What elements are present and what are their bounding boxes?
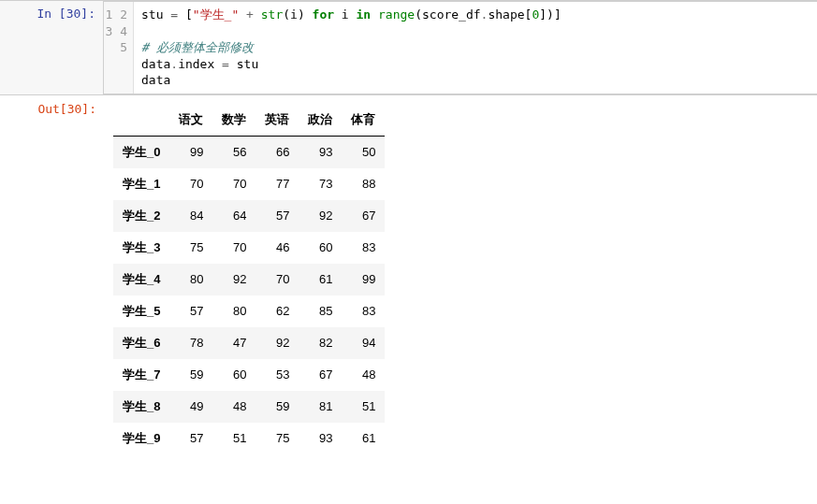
cell: 80 bbox=[169, 264, 212, 295]
cell: 94 bbox=[342, 327, 385, 359]
table-row: 学生_84948598151 bbox=[113, 391, 385, 423]
table-row: 学生_17070777388 bbox=[113, 168, 385, 200]
cell: 46 bbox=[255, 232, 299, 264]
cell: 70 bbox=[255, 264, 299, 295]
cell: 51 bbox=[212, 423, 255, 454]
cell: 59 bbox=[169, 359, 212, 391]
table-row: 学生_95751759361 bbox=[113, 423, 385, 454]
table-row: 学生_48092706199 bbox=[113, 264, 385, 295]
output-area: 语文 数学 英语 政治 体育 学生_09956669350学生_17070777… bbox=[104, 96, 816, 464]
cell: 93 bbox=[299, 423, 342, 454]
cell: 51 bbox=[342, 391, 385, 423]
row-index: 学生_9 bbox=[113, 423, 169, 454]
index-corner bbox=[113, 104, 169, 137]
row-index: 学生_5 bbox=[113, 295, 169, 327]
cell: 60 bbox=[299, 232, 342, 264]
dataframe-table: 语文 数学 英语 政治 体育 学生_09956669350学生_17070777… bbox=[113, 104, 385, 454]
table-row: 学生_37570466083 bbox=[113, 232, 385, 264]
cell: 57 bbox=[169, 295, 212, 327]
cell: 47 bbox=[212, 327, 255, 359]
cell: 57 bbox=[255, 200, 299, 232]
cell: 92 bbox=[255, 327, 299, 359]
row-index: 学生_3 bbox=[113, 232, 169, 264]
line-number-gutter: 1 2 3 4 5 bbox=[104, 2, 134, 94]
cell: 64 bbox=[212, 200, 255, 232]
cell: 70 bbox=[169, 168, 212, 200]
row-index: 学生_6 bbox=[113, 327, 169, 359]
cell: 60 bbox=[212, 359, 255, 391]
cell: 78 bbox=[169, 327, 212, 359]
row-index: 学生_0 bbox=[113, 136, 169, 168]
cell: 67 bbox=[299, 359, 342, 391]
code-cell: In [30]: 1 2 3 4 5 stu = ["学生_" + str(i)… bbox=[0, 0, 817, 95]
cell: 83 bbox=[342, 295, 385, 327]
cell: 56 bbox=[212, 136, 255, 168]
cell: 70 bbox=[212, 232, 255, 264]
table-row: 学生_55780628583 bbox=[113, 295, 385, 327]
cell: 92 bbox=[212, 264, 255, 295]
col-header: 政治 bbox=[299, 104, 342, 137]
cell: 82 bbox=[299, 327, 342, 359]
cell: 62 bbox=[255, 295, 299, 327]
col-header: 英语 bbox=[255, 104, 299, 137]
cell: 80 bbox=[212, 295, 255, 327]
cell: 99 bbox=[342, 264, 385, 295]
output-cell: Out[30]: 语文 数学 英语 政治 体育 学生_09956669350学生… bbox=[0, 95, 817, 465]
col-header: 数学 bbox=[212, 104, 255, 137]
cell: 75 bbox=[255, 423, 299, 454]
cell: 84 bbox=[169, 200, 212, 232]
cell: 49 bbox=[169, 391, 212, 423]
cell: 75 bbox=[169, 232, 212, 264]
cell: 61 bbox=[299, 264, 342, 295]
cell: 92 bbox=[299, 200, 342, 232]
cell: 67 bbox=[342, 200, 385, 232]
cell: 48 bbox=[212, 391, 255, 423]
row-index: 学生_1 bbox=[113, 168, 169, 200]
cell: 88 bbox=[342, 168, 385, 200]
cell: 66 bbox=[255, 136, 299, 168]
col-header: 体育 bbox=[342, 104, 385, 137]
cell: 53 bbox=[255, 359, 299, 391]
row-index: 学生_8 bbox=[113, 391, 169, 423]
cell: 83 bbox=[342, 232, 385, 264]
code-input-area[interactable]: 1 2 3 4 5 stu = ["学生_" + str(i) for i in… bbox=[103, 1, 817, 94]
cell: 93 bbox=[299, 136, 342, 168]
cell: 85 bbox=[299, 295, 342, 327]
table-row: 学生_09956669350 bbox=[113, 136, 385, 168]
cell: 77 bbox=[255, 168, 299, 200]
col-header: 语文 bbox=[169, 104, 212, 137]
cell: 81 bbox=[299, 391, 342, 423]
row-index: 学生_4 bbox=[113, 264, 169, 295]
code-editor[interactable]: stu = ["学生_" + str(i) for i in range(sco… bbox=[134, 2, 817, 94]
table-row: 学生_28464579267 bbox=[113, 200, 385, 232]
cell: 73 bbox=[299, 168, 342, 200]
cell: 99 bbox=[169, 136, 212, 168]
cell: 70 bbox=[212, 168, 255, 200]
table-row: 学生_67847928294 bbox=[113, 327, 385, 359]
cell: 61 bbox=[342, 423, 385, 454]
cell: 50 bbox=[342, 136, 385, 168]
cell: 57 bbox=[169, 423, 212, 454]
cell: 48 bbox=[342, 359, 385, 391]
in-prompt: In [30]: bbox=[0, 1, 103, 94]
row-index: 学生_2 bbox=[113, 200, 169, 232]
out-prompt: Out[30]: bbox=[1, 96, 104, 464]
table-row: 学生_75960536748 bbox=[113, 359, 385, 391]
cell: 59 bbox=[255, 391, 299, 423]
table-header-row: 语文 数学 英语 政治 体育 bbox=[113, 104, 385, 137]
row-index: 学生_7 bbox=[113, 359, 169, 391]
